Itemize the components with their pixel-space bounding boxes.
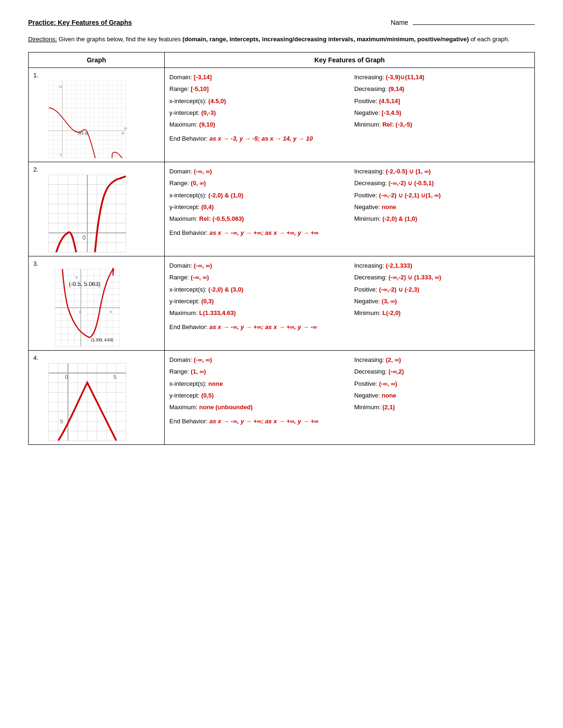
svg-text:5: 5 [76, 276, 77, 279]
name-blank [413, 24, 535, 25]
negative-label-2: Negative: none [354, 202, 530, 212]
graph-cell-1: 1. (4.5, 0) 10 10 -5 10 [29, 68, 165, 162]
yintercept-label-1: y-intercept: (0,-3) [169, 107, 345, 118]
row-num-2: 2. [33, 166, 160, 173]
decreasing-label-2: Decreasing: (-∞,-2) ∪ (-0.5,1) [354, 178, 530, 188]
graph-cell-2: 2. (-0.5, 5.063) 0 [29, 162, 165, 256]
increasing-label-4: Increasing: (2, ∞) [354, 354, 530, 365]
svg-text:0: 0 [79, 310, 81, 313]
svg-text:5: 5 [114, 374, 116, 380]
features-grid-1: Domain: [-3,14] Increasing: (-3,9)∪(11,1… [169, 72, 530, 144]
domain-label-2: Domain: (-∞, ∞) [169, 166, 345, 177]
graph-3: (1.333, 4.63) 0 5 5 [33, 269, 141, 346]
positive-label-4: Positive: (-∞, ∞) [354, 378, 530, 389]
positive-label-2: Positive: (-∞,-2) ∪ (-2,1) ∪(1, ∞) [354, 190, 530, 201]
features-cell-1: Domain: [-3,14] Increasing: (-3,9)∪(11,1… [165, 68, 535, 162]
svg-text:(4.5, 0): (4.5, 0) [78, 131, 88, 135]
range-label-4: Range: (1, ∞) [169, 366, 345, 377]
svg-text:0: 0 [83, 234, 86, 241]
name-field: Name [391, 19, 535, 26]
graph-1: (4.5, 0) 10 10 -5 10 [33, 81, 141, 158]
maximum-label-2: Maximum: Rel: (-0.5,5.063) [169, 213, 345, 224]
svg-text:5: 5 [110, 310, 112, 313]
yintercept-label-4: y-intercept: (0,5) [169, 390, 345, 401]
minimum-label-1: Minimum: Rel: (-3,-5) [354, 119, 530, 130]
range-label-2: Range: (0, ∞) [169, 178, 345, 188]
features-cell-2: Domain: (-∞, ∞) Increasing: (-2,-0.5) ∪ … [165, 162, 535, 256]
negative-label-1: Negative: [-3,4.5) [354, 107, 530, 118]
yintercept-label-3: y-intercept: (0,3) [169, 296, 345, 307]
row-num-1: 1. [33, 72, 160, 79]
svg-text:(1.333, 4.63): (1.333, 4.63) [91, 338, 113, 342]
maximum-label-1: Maximum: (9,10) [169, 119, 345, 130]
features-grid-2: Domain: (-∞, ∞) Increasing: (-2,-0.5) ∪ … [169, 166, 530, 238]
minimum-label-4: Minimum: (2,1) [354, 402, 530, 413]
xintercept-label-2: x-intercept(s): (-2,0) & (1,0) [169, 190, 345, 201]
page-title: Practice: Key Features of Graphs [28, 19, 132, 26]
end-behavior-1: End Behavior: as x → -3, y → -5; as x → … [169, 133, 530, 144]
negative-label-3: Negative: (3, ∞) [354, 296, 530, 307]
svg-text:0: 0 [65, 374, 68, 380]
decreasing-label-3: Decreasing: (-∞,-2) ∪ (1.333, ∞) [354, 272, 530, 283]
graph-2: (-0.5, 5.063) 0 [33, 175, 141, 252]
svg-text:10: 10 [59, 85, 62, 88]
end-behavior-4: End Behavior: as x → -∞, y → +∞; as x → … [169, 416, 530, 427]
domain-label-1: Domain: [-3,14] [169, 72, 345, 83]
row-num-3: 3. [33, 260, 160, 267]
graph-2-svg: (-0.5, 5.063) 0 [33, 175, 141, 252]
graph-3-svg: (1.333, 4.63) 0 5 5 [33, 269, 141, 346]
decreasing-label-4: Decreasing: (-∞,2) [354, 366, 530, 377]
increasing-label-1: Increasing: (-3,9)∪(11,14) [354, 72, 530, 83]
minimum-label-3: Minimum: L(-2,0) [354, 308, 530, 318]
graph-4-svg: 0 5 5 [33, 363, 141, 441]
svg-rect-0 [49, 81, 126, 158]
range-label-1: Range: [-5,10] [169, 83, 345, 94]
range-label-3: Range: (-∞, ∞) [169, 272, 345, 283]
features-grid-3: Domain: (-∞, ∞) Increasing: (-2,1.333) R… [169, 260, 530, 332]
svg-text:10: 10 [122, 131, 124, 134]
increasing-label-2: Increasing: (-2,-0.5) ∪ (1, ∞) [354, 166, 530, 177]
domain-label-4: Domain: (-∞, ∞) [169, 354, 345, 365]
positive-label-1: Positive: (4.5,14] [354, 96, 530, 106]
end-behavior-3: End Behavior: as x → -∞, y → +∞; as x → … [169, 322, 530, 332]
features-cell-4: Domain: (-∞, ∞) Increasing: (2, ∞) Range… [165, 350, 535, 444]
header: Practice: Key Features of Graphs Name [28, 19, 535, 26]
end-behavior-2: End Behavior: as x → -∞, y → +∞; as x → … [169, 227, 530, 238]
svg-marker-95 [112, 267, 114, 270]
maximum-label-3: Maximum: L(1.333,4.63) [169, 308, 345, 318]
directions: Directions: Given the graphs below, find… [28, 35, 535, 45]
col-graph-header: Graph [29, 52, 165, 68]
col-features-header: Key Features of Graph [165, 52, 535, 68]
svg-text:5: 5 [60, 419, 63, 424]
graph-cell-3: 3. (1.333, 4.63) 0 5 5 [29, 256, 165, 350]
increasing-label-3: Increasing: (-2,1.333) [354, 260, 530, 271]
xintercept-label-4: x-intercept(s): none [169, 378, 345, 389]
graph-1-svg: (4.5, 0) 10 10 -5 10 [33, 81, 141, 158]
positive-label-3: Positive: (-∞,-2) ∪ (-2,3) [354, 284, 530, 295]
graph-4: 0 5 5 [33, 363, 141, 441]
negative-label-4: Negative: none [354, 390, 530, 401]
features-grid-4: Domain: (-∞, ∞) Increasing: (2, ∞) Range… [169, 354, 530, 427]
features-cell-3: Domain: (-∞, ∞) Increasing: (-2,1.333) R… [165, 256, 535, 350]
row-num-4: 4. [33, 354, 160, 361]
yintercept-label-2: y-intercept: (0,4) [169, 202, 345, 212]
xintercept-label-1: x-intercept(s): (4.5,0) [169, 96, 345, 106]
svg-text:-5: -5 [59, 153, 61, 156]
decreasing-label-1: Decreasing: (9,14) [354, 83, 530, 94]
main-table: Graph Key Features of Graph 1. (4.5, 0) … [28, 52, 535, 445]
graph-cell-4: 4. 0 5 5 [29, 350, 165, 444]
domain-label-3: Domain: (-∞, ∞) [169, 260, 345, 271]
xintercept-label-3: x-intercept(s): (-2,0) & (3,0) [169, 284, 345, 295]
svg-text:10: 10 [124, 127, 127, 130]
minimum-label-2: Minimum: (-2,0) & (1,0) [354, 213, 530, 224]
maximum-label-4: Maximum: none (unbounded) [169, 402, 345, 413]
